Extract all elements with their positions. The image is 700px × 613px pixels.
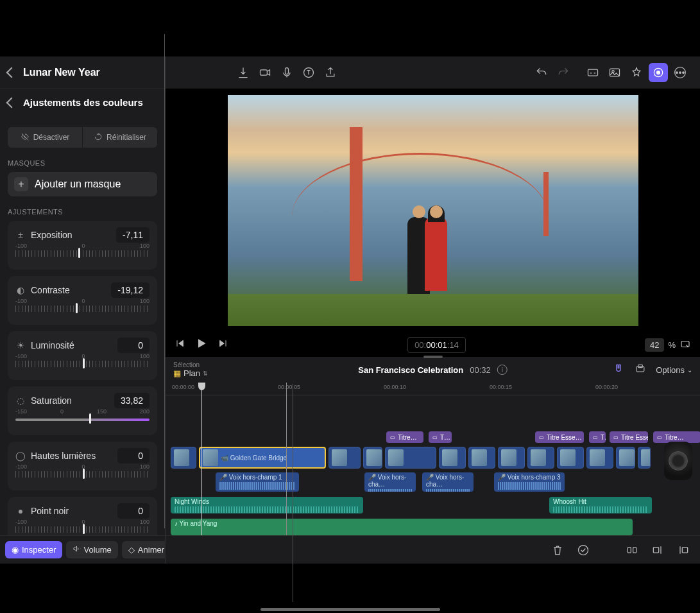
project-title: Lunar New Year [23,67,100,78]
adj-slider[interactable]: -1000100 [15,246,149,263]
svg-rect-18 [653,547,658,552]
next-frame-button[interactable] [218,338,228,351]
audio-clip[interactable]: Night Winds [171,497,363,514]
title-clip[interactable]: ▭T… [589,431,606,443]
trim-out-icon[interactable] [676,542,691,558]
inspect-tab[interactable]: ◉ Inspecter [5,541,62,558]
adj-slider[interactable]: -1000100 [15,357,149,374]
keyframe-icon: ◇ [128,545,135,555]
redo-icon[interactable] [554,63,573,82]
prev-frame-button[interactable] [175,338,185,351]
back-panel-button[interactable] [6,97,17,108]
adj-value-input[interactable]: 0 [117,338,149,353]
reset-button[interactable]: Réinitialiser [83,127,157,148]
back-project-button[interactable] [6,67,17,78]
adj-slider[interactable]: -1000100 [15,467,149,484]
video-clip[interactable] [439,447,466,469]
edit-footer [166,535,700,564]
adj-slider[interactable]: -1500150200 [15,412,149,429]
adj-value-input[interactable]: 0 [117,448,149,463]
trash-icon[interactable] [550,542,565,558]
adjustments-section-label: AJUSTEMENTS [8,208,157,216]
fullscreen-icon[interactable] [679,338,691,352]
check-icon[interactable] [576,542,591,558]
timeline[interactable]: 00:00:0000:00:0500:00:1000:00:1500:00:20… [166,383,700,535]
video-clip[interactable] [527,447,554,469]
digital-crown[interactable] [664,442,692,480]
import-icon[interactable] [234,63,253,82]
voiceover-clip[interactable]: 🎤 Voix hors-champ 3 [494,472,565,492]
video-clip[interactable] [171,447,196,469]
options-dropdown[interactable]: Options ⌄ [656,365,692,375]
color-icon[interactable] [649,63,668,82]
animate-tab[interactable]: ◇ Animer [122,541,171,558]
music-clip[interactable]: ♪ Yin and Yang [171,519,633,535]
more-icon[interactable] [670,63,690,82]
inspect-icon: ◉ [12,545,19,555]
camera-icon[interactable] [255,63,275,82]
split-icon[interactable] [624,542,640,558]
timecode-display[interactable]: 00:00:01:14 [407,337,466,353]
reset-icon [94,132,103,143]
voiceover-clip[interactable]: 🎤 Voix hors-cha… [364,472,416,492]
zoom-value[interactable]: 42 [645,338,664,352]
disable-button[interactable]: Désactiver [8,127,82,148]
video-clip[interactable] [638,447,651,469]
eye-off-icon [21,132,30,143]
svg-point-15 [579,545,588,555]
video-clip[interactable]: 📹 P… [363,447,382,469]
playhead[interactable] [201,383,202,535]
adj-slider[interactable]: -1000100 [15,302,149,318]
title-clip[interactable]: ▭T… [429,431,452,443]
adjustment-contraste: ◐Contraste -19,12 -1000100 [8,276,157,325]
caption-icon[interactable] [583,63,602,82]
magnetic-icon[interactable] [612,363,625,377]
volume-tab[interactable]: Volume [66,541,117,558]
photo-icon[interactable] [605,63,624,82]
audio-clip[interactable]: Whoosh Hit [549,497,652,514]
adj-icon: ◐ [15,285,26,295]
title-clip[interactable]: ▭Titre… [386,431,423,443]
adj-icon: ◌ [15,395,26,406]
adj-value-input[interactable]: 33,82 [114,393,149,408]
add-mask-button[interactable]: + Ajouter un masque [8,172,157,196]
adj-value-input[interactable]: -7,11 [116,227,149,243]
voiceover-clip[interactable]: 🎤 Voix hors-cha… [422,472,474,492]
adj-icon: ± [15,230,26,240]
svg-point-9 [679,72,681,74]
title-clip[interactable]: ▭Titre Esse… [535,431,584,443]
video-clip[interactable] [557,447,584,469]
adjustment-exposition: ±Exposition -7,11 -1000100 [8,221,157,270]
effects-icon[interactable] [627,63,646,82]
masks-section-label: MASQUES [8,159,157,167]
timeline-ruler[interactable]: 00:00:0000:00:0500:00:1000:00:1500:00:20 [166,383,700,395]
video-clip[interactable] [616,447,635,469]
share-icon[interactable] [321,63,340,82]
adjustment-luminosité: ☀Luminosité 0 -1000100 [8,331,157,380]
video-clip[interactable]: 📹 Golden Gate Bridge [199,447,326,469]
timeline-grip[interactable] [423,356,443,358]
svg-rect-0 [260,70,268,75]
preview-viewer[interactable] [166,89,700,332]
snapping-icon[interactable] [634,363,647,377]
playback-bar: 00:00:01:14 42 % [166,332,700,357]
adj-value-input[interactable]: -19,12 [111,282,149,298]
video-clip[interactable] [385,447,436,469]
titles-icon[interactable] [299,63,318,82]
info-icon[interactable]: i [497,365,508,375]
video-clip[interactable] [586,447,613,469]
video-clip[interactable] [329,447,361,469]
voiceover-icon[interactable] [277,63,296,82]
play-button[interactable] [195,337,208,352]
plan-dropdown[interactable]: ▦ Plan ⇅ [173,368,208,378]
video-clip[interactable] [498,447,525,469]
adj-value-input[interactable]: 0 [117,503,149,519]
volume-icon [73,545,80,555]
undo-icon[interactable] [532,63,551,82]
trim-in-icon[interactable] [650,542,665,558]
title-clip[interactable]: ▭Titre Esse… [610,431,648,443]
main-area: 00:00:01:14 42 % Sélection ▦ Plan ⇅ San … [166,56,700,564]
adj-slider[interactable]: -1000100 [15,522,149,535]
video-clip[interactable] [468,447,495,469]
home-indicator[interactable] [260,608,440,611]
